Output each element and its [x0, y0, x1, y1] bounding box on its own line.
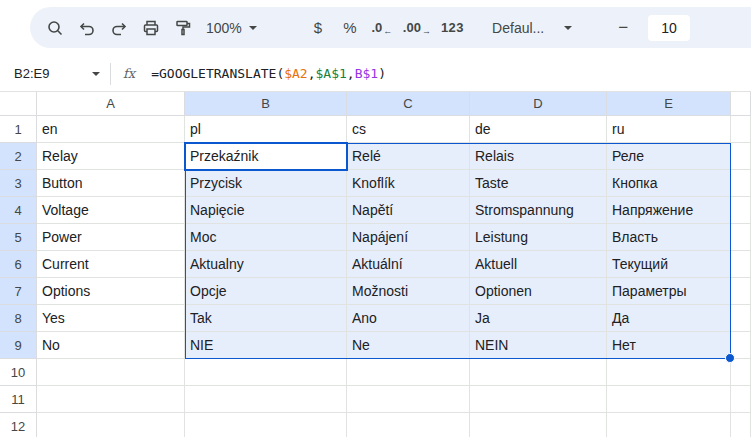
cell-E4[interactable]: Напряжение — [607, 197, 731, 224]
row-header-2[interactable]: 2 — [0, 143, 37, 170]
number-format-button[interactable]: 123 — [437, 13, 468, 43]
cell-A1[interactable]: en — [37, 116, 185, 143]
cell-B6[interactable]: Aktualny — [185, 251, 347, 278]
select-all-corner[interactable] — [0, 92, 37, 116]
search-button[interactable] — [40, 13, 70, 43]
row-header-1[interactable]: 1 — [0, 116, 37, 143]
cell-C8[interactable]: Ano — [347, 305, 470, 332]
cell-E1[interactable]: ru — [607, 116, 731, 143]
cell-E3[interactable]: Кнопка — [607, 170, 731, 197]
cell-C7[interactable]: Možnosti — [347, 278, 470, 305]
cell-D7[interactable]: Optionen — [470, 278, 607, 305]
cell-partial-10[interactable] — [731, 359, 751, 386]
cell-D6[interactable]: Aktuell — [470, 251, 607, 278]
cell-D11[interactable] — [470, 386, 607, 413]
row-header-6[interactable]: 6 — [0, 251, 37, 278]
row-header-12[interactable]: 12 — [0, 413, 37, 437]
row-header-10[interactable]: 10 — [0, 359, 37, 386]
column-header-A[interactable]: A — [37, 92, 185, 116]
cell-C12[interactable] — [347, 413, 470, 437]
cell-C3[interactable]: Knoflík — [347, 170, 470, 197]
cell-D10[interactable] — [470, 359, 607, 386]
column-header-partial[interactable] — [731, 92, 751, 116]
cell-partial-1[interactable] — [731, 116, 751, 143]
row-header-4[interactable]: 4 — [0, 197, 37, 224]
cell-E10[interactable] — [607, 359, 731, 386]
cell-D8[interactable]: Ja — [470, 305, 607, 332]
cell-A3[interactable]: Button — [37, 170, 185, 197]
row-header-9[interactable]: 9 — [0, 332, 37, 359]
cell-B10[interactable] — [185, 359, 347, 386]
cell-B11[interactable] — [185, 386, 347, 413]
column-header-E[interactable]: E — [607, 92, 731, 116]
cell-B9[interactable]: NIE — [185, 332, 347, 359]
cell-partial-5[interactable] — [731, 224, 751, 251]
row-header-11[interactable]: 11 — [0, 386, 37, 413]
cell-B12[interactable] — [185, 413, 347, 437]
zoom-select[interactable]: 100% — [200, 13, 263, 43]
cell-E6[interactable]: Текущий — [607, 251, 731, 278]
cell-partial-2[interactable] — [731, 143, 751, 170]
cell-partial-7[interactable] — [731, 278, 751, 305]
cell-E8[interactable]: Да — [607, 305, 731, 332]
cell-B2[interactable]: Przekaźnik — [185, 143, 347, 170]
name-box[interactable]: B2:E9 — [14, 66, 110, 81]
cell-partial-3[interactable] — [731, 170, 751, 197]
column-header-D[interactable]: D — [470, 92, 607, 116]
cell-C11[interactable] — [347, 386, 470, 413]
column-header-B[interactable]: B — [185, 92, 347, 116]
undo-button[interactable] — [72, 13, 102, 43]
cell-A11[interactable] — [37, 386, 185, 413]
row-header-7[interactable]: 7 — [0, 278, 37, 305]
cell-C5[interactable]: Napájení — [347, 224, 470, 251]
percent-format-button[interactable]: % — [335, 13, 365, 43]
cell-A9[interactable]: No — [37, 332, 185, 359]
cell-A7[interactable]: Options — [37, 278, 185, 305]
redo-button[interactable] — [104, 13, 134, 43]
cell-B4[interactable]: Napięcie — [185, 197, 347, 224]
cell-D2[interactable]: Relais — [470, 143, 607, 170]
font-select[interactable]: Defaul... — [486, 13, 578, 43]
cell-B3[interactable]: Przycisk — [185, 170, 347, 197]
cell-A10[interactable] — [37, 359, 185, 386]
cell-D12[interactable] — [470, 413, 607, 437]
cell-E12[interactable] — [607, 413, 731, 437]
decrease-font-size-button[interactable]: − — [608, 13, 638, 43]
currency-format-button[interactable]: $ — [303, 13, 333, 43]
cell-C6[interactable]: Aktuální — [347, 251, 470, 278]
cell-E11[interactable] — [607, 386, 731, 413]
cell-C4[interactable]: Napětí — [347, 197, 470, 224]
cell-A8[interactable]: Yes — [37, 305, 185, 332]
cell-B8[interactable]: Tak — [185, 305, 347, 332]
row-header-5[interactable]: 5 — [0, 224, 37, 251]
row-header-8[interactable]: 8 — [0, 305, 37, 332]
cell-D5[interactable]: Leistung — [470, 224, 607, 251]
cell-E2[interactable]: Реле — [607, 143, 731, 170]
cell-E9[interactable]: Нет — [607, 332, 731, 359]
cell-partial-6[interactable] — [731, 251, 751, 278]
decrease-decimal-button[interactable]: .0 ← — [367, 13, 397, 43]
formula-input[interactable]: =GOOGLETRANSLATE($A2,$A$1,B$1) — [151, 66, 386, 81]
cell-E5[interactable]: Власть — [607, 224, 731, 251]
cell-A12[interactable] — [37, 413, 185, 437]
column-header-C[interactable]: C — [347, 92, 470, 116]
cell-A2[interactable]: Relay — [37, 143, 185, 170]
cell-D3[interactable]: Taste — [470, 170, 607, 197]
cell-A4[interactable]: Voltage — [37, 197, 185, 224]
cell-C1[interactable]: cs — [347, 116, 470, 143]
cell-A6[interactable]: Current — [37, 251, 185, 278]
cell-A5[interactable]: Power — [37, 224, 185, 251]
cell-B5[interactable]: Moc — [185, 224, 347, 251]
cell-partial-8[interactable] — [731, 305, 751, 332]
print-button[interactable] — [136, 13, 166, 43]
fill-handle[interactable] — [725, 353, 735, 363]
cell-partial-12[interactable] — [731, 413, 751, 437]
cell-C2[interactable]: Relé — [347, 143, 470, 170]
cell-D1[interactable]: de — [470, 116, 607, 143]
cell-partial-11[interactable] — [731, 386, 751, 413]
cell-E7[interactable]: Параметры — [607, 278, 731, 305]
cell-B7[interactable]: Opcje — [185, 278, 347, 305]
cell-B1[interactable]: pl — [185, 116, 347, 143]
row-header-3[interactable]: 3 — [0, 170, 37, 197]
increase-decimal-button[interactable]: .00 → — [399, 13, 435, 43]
